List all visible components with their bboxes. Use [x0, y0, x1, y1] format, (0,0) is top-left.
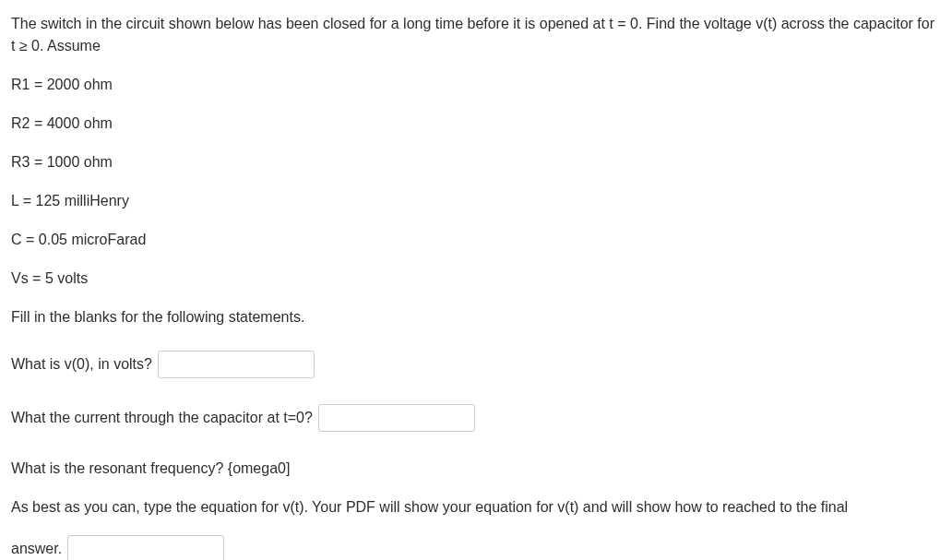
answer-input-v0[interactable]: [158, 351, 315, 378]
question-2-row: What the current through the capacitor a…: [11, 404, 941, 432]
answer-input-equation[interactable]: [67, 535, 224, 560]
problem-intro: The switch in the circuit shown below ha…: [11, 13, 941, 57]
answer-input-current[interactable]: [318, 404, 475, 432]
param-l: L = 125 milliHenry: [11, 190, 941, 212]
param-r3: R3 = 1000 ohm: [11, 151, 941, 173]
question-1-text: What is v(0), in volts?: [11, 353, 152, 375]
answer-row: answer.: [11, 535, 941, 560]
question-3-text: What is the resonant frequency? {omega0]: [11, 458, 941, 480]
param-r2: R2 = 4000 ohm: [11, 113, 941, 135]
answer-label: answer.: [11, 538, 62, 560]
question-4-text: As best as you can, type the equation fo…: [11, 496, 941, 518]
question-1-row: What is v(0), in volts?: [11, 351, 941, 378]
param-c: C = 0.05 microFarad: [11, 229, 941, 251]
question-2-text: What the current through the capacitor a…: [11, 407, 313, 429]
fill-instruction: Fill in the blanks for the following sta…: [11, 306, 941, 328]
param-r1: R1 = 2000 ohm: [11, 74, 941, 96]
param-vs: Vs = 5 volts: [11, 268, 941, 290]
